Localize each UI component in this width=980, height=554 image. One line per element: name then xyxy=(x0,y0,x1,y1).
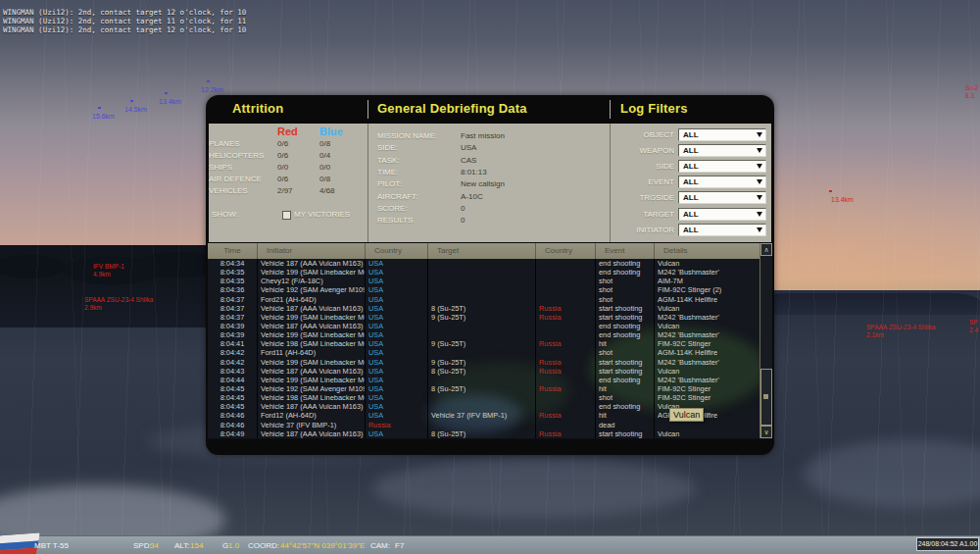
filter-dropdown-target[interactable]: ALL xyxy=(678,208,766,221)
log-target xyxy=(428,348,536,357)
log-target-country: Russia xyxy=(536,358,596,367)
log-details: M242 'Bushmaster' xyxy=(655,358,760,367)
log-column-header[interactable]: Event xyxy=(596,243,655,259)
filter-dropdown-object[interactable]: ALL xyxy=(678,128,766,141)
log-time: 8:04:42 xyxy=(208,348,258,357)
attrition-row: VEHICLES2/974/68 xyxy=(209,186,375,197)
general-data-row: AIRCRAFT:A-10C xyxy=(377,192,603,203)
log-scrollbar[interactable]: ∧ ∨ xyxy=(760,243,772,438)
log-country: USA xyxy=(366,330,428,339)
log-initiator: Vehicle 199 (SAM Linebacker M6) xyxy=(258,268,366,277)
radio-message: WINGMAN (Uzi12): 2nd, contact target 12 … xyxy=(3,8,246,17)
log-column-header[interactable]: Time xyxy=(208,243,258,259)
table-row[interactable]: 8:04:39Vehicle 199 (SAM Linebacker M6)US… xyxy=(208,330,760,339)
general-data-row: TIME:8:01:13 xyxy=(377,168,603,178)
log-event: end shooting xyxy=(596,268,655,277)
speed-label: SPD: xyxy=(133,541,152,550)
log-initiator: Vehicle 187 (AAA Vulcan M163) xyxy=(258,429,366,438)
log-details: M242 'Bushmaster' xyxy=(655,268,760,277)
log-target xyxy=(428,421,536,429)
header-separator xyxy=(368,100,368,119)
chevron-down-icon xyxy=(757,212,762,217)
log-column-header[interactable]: Country xyxy=(536,243,596,259)
camera-value: F7 xyxy=(395,541,404,550)
altitude-value: 154 xyxy=(190,541,203,550)
log-target-country xyxy=(536,402,596,411)
table-row[interactable]: 8:04:35Chevy12 (F/A-18C)USAshotAIM-7M xyxy=(208,277,760,285)
ground-unit-label: SPAAA ZSU-23-4 Shilka2.9km xyxy=(84,296,153,311)
log-target-country xyxy=(536,277,596,285)
scrollbar-grip xyxy=(763,394,768,399)
attrition-red-value: 0/6 xyxy=(277,151,288,160)
log-country: USA xyxy=(366,339,428,348)
log-target-country: Russia xyxy=(536,384,596,393)
log-target-country xyxy=(536,268,596,277)
table-row[interactable]: 8:04:35Vehicle 199 (SAM Linebacker M6)US… xyxy=(208,268,760,277)
filter-dropdown-event[interactable]: ALL xyxy=(678,176,766,188)
log-country: Russia xyxy=(366,421,428,429)
attrition-blue-value: 0/8 xyxy=(319,139,330,148)
log-country: USA xyxy=(366,358,428,367)
debriefing-panel: Attrition General Debriefing Data Log Fi… xyxy=(206,95,774,455)
table-row[interactable]: 8:04:36Vehicle 192 (SAM Avenger M1097)US… xyxy=(208,285,760,294)
table-row[interactable]: 8:04:34Vehicle 187 (AAA Vulcan M163)USAe… xyxy=(208,259,760,268)
table-row[interactable]: 8:04:45Vehicle 198 (SAM Linebacker M6)US… xyxy=(208,393,760,402)
unit-name: MBT T-55 xyxy=(34,541,69,550)
air-contact-range-label: 15.6km xyxy=(92,113,115,120)
header-separator xyxy=(610,100,611,119)
log-time: 8:04:41 xyxy=(208,339,258,348)
log-target xyxy=(428,285,536,294)
filter-dropdown-weapon[interactable]: ALL xyxy=(678,144,766,157)
table-row[interactable]: 8:04:42Vehicle 199 (SAM Linebacker M6)US… xyxy=(208,358,760,367)
table-row[interactable]: 8:04:37Ford21 (AH-64D)USAshotAGM-114K He… xyxy=(208,295,760,304)
attrition-category: AIR DEFENCE xyxy=(209,175,262,183)
attrition-blue-value: 0/8 xyxy=(319,175,330,183)
filter-dropdown-initiator[interactable]: ALL xyxy=(678,224,766,236)
log-details: AGM-114K Hellfire xyxy=(655,348,760,357)
filter-label: OBJECT xyxy=(617,130,674,139)
log-country: USA xyxy=(366,285,428,294)
table-row[interactable]: 8:04:41Vehicle 198 (SAM Linebacker M6)US… xyxy=(208,339,760,348)
log-target: 9 (Su-25T) xyxy=(428,339,536,348)
log-target-country xyxy=(536,259,596,268)
mission-clock: 248/08:04:52 A1.00 xyxy=(916,537,979,551)
scrollbar-down-arrow-icon[interactable]: ∨ xyxy=(760,426,772,438)
log-event: shot xyxy=(596,277,655,285)
table-row[interactable]: 8:04:43Vehicle 187 (AAA Vulcan M163)USA8… xyxy=(208,367,760,376)
log-event: end shooting xyxy=(596,259,655,268)
table-row[interactable]: 8:04:39Vehicle 187 (AAA Vulcan M163)USAe… xyxy=(208,322,760,330)
log-time: 8:04:35 xyxy=(208,268,258,277)
table-row[interactable]: 8:04:37Vehicle 187 (AAA Vulcan M163)USA8… xyxy=(208,304,760,313)
log-column-header[interactable]: Target xyxy=(428,243,536,259)
filter-dropdown-trgside[interactable]: ALL xyxy=(678,191,766,204)
filter-dropdown-side[interactable]: ALL xyxy=(678,160,766,173)
general-data-label: PILOT: xyxy=(377,179,401,188)
g-value: 1.0 xyxy=(228,541,239,550)
log-filter-row: WEAPONALL xyxy=(617,144,764,157)
log-target-country xyxy=(536,285,596,294)
table-row[interactable]: 8:04:44Vehicle 199 (SAM Linebacker M6)US… xyxy=(208,376,760,384)
log-country: USA xyxy=(366,268,428,277)
log-column-header[interactable]: Country xyxy=(366,243,428,259)
general-data-value: 0 xyxy=(461,216,465,225)
table-row[interactable]: 8:04:49Vehicle 187 (AAA Vulcan M163)USA8… xyxy=(208,429,760,438)
log-details: Vulcan xyxy=(655,304,760,313)
log-event: shot xyxy=(596,295,655,304)
log-column-header[interactable]: Details xyxy=(655,243,760,259)
table-row[interactable]: 8:04:37Vehicle 199 (SAM Linebacker M6)US… xyxy=(208,313,760,322)
log-filter-row: TRGSIDEALL xyxy=(617,191,764,204)
log-target: Vehicle 37 (IFV BMP-1) xyxy=(428,411,536,420)
log-column-header[interactable]: Initiator xyxy=(258,243,366,259)
ground-unit-label: SP2.4 xyxy=(969,319,978,333)
table-row[interactable]: 8:04:45Vehicle 192 (SAM Avenger M1097)US… xyxy=(208,384,760,393)
attrition-title: Attrition xyxy=(232,101,283,116)
log-country: USA xyxy=(366,384,428,393)
table-row[interactable]: 8:04:42Ford11 (AH-64D)USAshotAGM-114K He… xyxy=(208,348,760,357)
filter-label: SIDE xyxy=(617,162,674,171)
scrollbar-thumb[interactable] xyxy=(760,369,772,426)
log-target-country: Russia xyxy=(536,339,596,348)
scrollbar-up-arrow-icon[interactable]: ∧ xyxy=(760,243,772,256)
log-target-country xyxy=(536,322,596,330)
my-victories-checkbox[interactable] xyxy=(282,211,291,220)
log-time: 8:04:39 xyxy=(208,322,258,330)
